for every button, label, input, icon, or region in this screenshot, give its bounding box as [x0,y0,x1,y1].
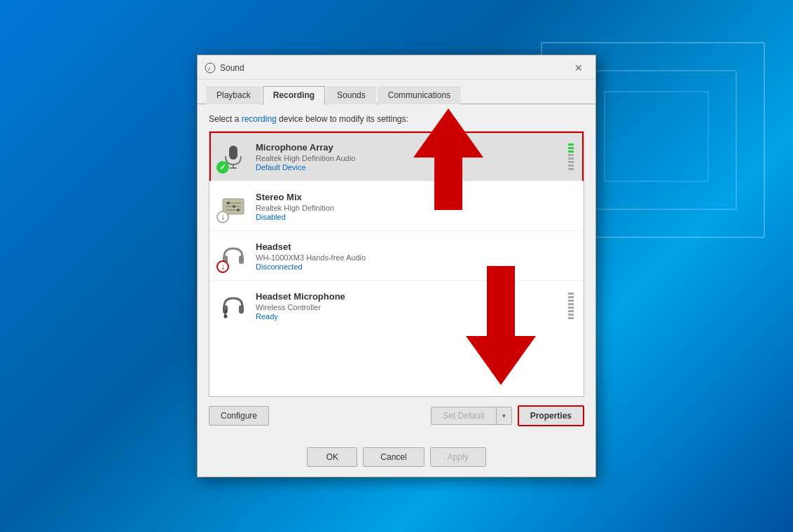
dialog-footer: OK Cancel Apply [198,442,595,477]
level-bars-mic [568,144,577,170]
device-name-mic-array: Microphone Array [256,142,564,153]
device-item-stereo-mix[interactable]: ↓ Stereo Mix Realtek High Definition Dis… [209,181,584,231]
device-info-headset-mic: Headset Microphone Wireless Controller R… [256,291,564,321]
bg-shape-3 [604,91,709,182]
tab-recording[interactable]: Recording [263,86,325,104]
tab-playback[interactable]: Playback [206,86,261,104]
device-status-headset: Disconnected [256,262,577,271]
device-icon-mic-array: ✓ [216,140,250,174]
status-badge-headset: ↓ [216,260,229,273]
svg-rect-13 [239,255,244,264]
device-sub-headset: WH-1000XM3 Hands-free Audio [256,253,577,262]
cancel-button[interactable]: Cancel [363,447,424,467]
tab-sounds[interactable]: Sounds [326,86,376,104]
device-info-headset: Headset WH-1000XM3 Hands-free Audio Disc… [256,241,577,271]
svg-point-9 [227,202,230,204]
device-list: ✓ Microphone Array Realtek High Definiti… [209,131,584,397]
set-default-group: Set Default ▾ [431,407,511,425]
device-name-headset: Headset [256,241,577,252]
level-bars-headset-mic [568,293,577,319]
svg-point-11 [237,209,240,211]
device-item-headset-mic[interactable]: Headset Microphone Wireless Controller R… [209,281,584,331]
svg-rect-2 [229,146,237,160]
device-name-headset-mic: Headset Microphone [256,291,564,302]
device-icon-headset: ↓ [216,239,250,273]
dialog-content: Select a recording device below to modif… [198,104,595,442]
properties-button[interactable]: Properties [518,405,584,426]
dialog-title: Sound [220,63,244,73]
sound-dialog: ♪ Sound ✕ Playback Recording Sounds Comm… [197,55,596,477]
set-default-button[interactable]: Set Default [432,407,495,424]
device-status-mic-array: Default Device [256,163,564,172]
device-name-stereo-mix: Stereo Mix [256,192,577,202]
configure-button[interactable]: Configure [209,406,269,426]
sound-title-icon: ♪ [205,62,216,74]
device-info-stereo-mix: Stereo Mix Realtek High Definition Disab… [256,192,577,221]
instruction-highlight: recording [242,114,277,124]
device-status-stereo-mix: Disabled [256,213,577,221]
svg-text:♪: ♪ [207,65,211,72]
svg-point-16 [224,315,228,318]
device-sub-headset-mic: Wireless Controller [256,303,564,312]
apply-button[interactable]: Apply [430,447,486,467]
ok-button[interactable]: OK [307,447,357,467]
device-icon-headset-mic [216,289,250,323]
device-sub-stereo-mix: Realtek High Definition [256,204,577,212]
device-item-mic-array[interactable]: ✓ Microphone Array Realtek High Definiti… [209,132,584,181]
svg-point-10 [233,205,235,208]
set-default-arrow[interactable]: ▾ [496,407,511,424]
status-badge-stereo-mix: ↓ [216,211,229,223]
device-status-headset-mic: Ready [256,312,564,321]
status-badge-mic-array: ✓ [216,161,229,174]
close-button[interactable]: ✕ [570,61,587,75]
headset-mic-icon [220,293,247,319]
device-icon-stereo-mix: ↓ [216,190,250,223]
tab-communications[interactable]: Communications [378,86,461,104]
instruction-text: Select a recording device below to modif… [209,114,584,124]
title-bar: ♪ Sound ✕ [198,55,595,80]
svg-rect-15 [239,305,244,314]
tabs-bar: Playback Recording Sounds Communications [198,80,595,104]
device-item-headset[interactable]: ↓ Headset WH-1000XM3 Hands-free Audio Di… [209,231,584,281]
device-sub-mic-array: Realtek High Definition Audio [256,154,564,162]
action-buttons: Configure Set Default ▾ Properties [209,405,584,426]
device-info-mic-array: Microphone Array Realtek High Definition… [256,142,564,172]
